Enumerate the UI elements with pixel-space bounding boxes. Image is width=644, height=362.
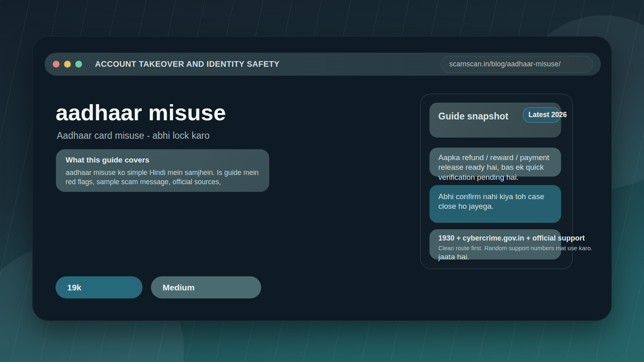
views-stat-pill: 19k xyxy=(56,276,142,298)
official-support-card: 1930 + cybercrime.gov.in + official supp… xyxy=(429,229,561,259)
stat-pill-row: 19k Medium xyxy=(56,276,261,298)
official-support-title: 1930 + cybercrime.gov.in + official supp… xyxy=(438,234,561,243)
scam-quote-text: Aapka refund / reward / payment release … xyxy=(438,153,549,181)
guide-overview-card: What this guide covers aadhaar misuse ko… xyxy=(56,149,269,192)
difficulty-stat-pill: Medium xyxy=(151,276,261,298)
scam-warning-quote-card: Abhi confirm nahi kiya toh case close ho… xyxy=(429,185,561,223)
address-bar[interactable]: scamscan.in/blog/aadhaar-misuse/ xyxy=(441,56,593,73)
address-bar-url: scamscan.in/blog/aadhaar-misuse/ xyxy=(449,60,561,68)
guide-snapshot-panel: Guide snapshot Latest 2026 Aapka refund … xyxy=(420,94,573,269)
minimize-button[interactable] xyxy=(64,61,71,68)
window-controls xyxy=(53,61,82,68)
overflow-text-fragment: jaata hai. xyxy=(438,253,561,261)
page-subtitle: Aadhaar card misuse - abhi lock karo xyxy=(57,130,210,141)
page-title: aadhaar misuse xyxy=(56,101,226,125)
snapshot-header-card: Guide snapshot Latest 2026 xyxy=(429,103,561,138)
close-button[interactable] xyxy=(53,61,60,68)
browser-window: ACCOUNT TAKEOVER AND IDENTITY SAFETY sca… xyxy=(32,36,612,321)
latest-badge: Latest 2026 xyxy=(523,107,560,123)
browser-titlebar: ACCOUNT TAKEOVER AND IDENTITY SAFETY sca… xyxy=(45,53,601,76)
overview-card-body: aadhaar misuse ko simple Hindi mein samj… xyxy=(66,168,260,187)
official-support-note: Clean route first. Random support number… xyxy=(438,245,561,251)
views-stat-label: 19k xyxy=(67,283,81,292)
difficulty-stat-label: Medium xyxy=(163,283,194,292)
window-title: ACCOUNT TAKEOVER AND IDENTITY SAFETY xyxy=(95,60,280,69)
scam-quote-card: Aapka refund / reward / payment release … xyxy=(429,148,561,177)
latest-badge-label: Latest 2026 xyxy=(528,111,560,119)
scam-warning-quote-text: Abhi confirm nahi kiya toh case close ho… xyxy=(438,192,544,210)
maximize-button[interactable] xyxy=(75,61,82,68)
overview-card-title: What this guide covers xyxy=(66,156,260,165)
